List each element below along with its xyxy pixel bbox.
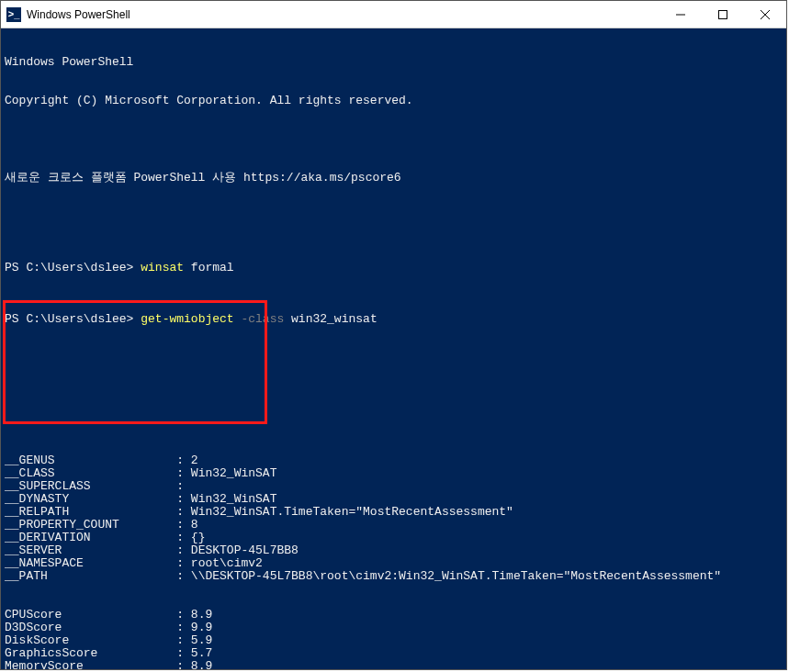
command-line-2: PS C:\Users\dslee> get-wmiobject -class … [5, 313, 783, 326]
minimize-button[interactable] [659, 1, 702, 28]
output-row: D3DScore : 9.9 [5, 622, 783, 634]
output-row: __PATH : \\DESKTOP-45L7BB8\root\cimv2:Wi… [5, 570, 783, 583]
close-icon [761, 10, 770, 19]
maximize-icon [718, 10, 727, 19]
output-row: MemoryScore : 8.9 [5, 660, 783, 669]
command-arg: formal [191, 261, 234, 274]
output-row: DiskScore : 5.9 [5, 634, 783, 647]
header-line-2: Copyright (C) Microsoft Corporation. All… [5, 95, 783, 107]
window-controls [659, 1, 786, 28]
output-row: __NAMESPACE : root\cimv2 [5, 557, 783, 570]
powershell-icon-glyph: >_ [8, 9, 20, 19]
prompt-text: PS C:\Users\dslee> [5, 312, 141, 326]
blank-line [5, 403, 783, 416]
output-row: __SERVER : DESKTOP-45L7BB8 [5, 544, 783, 557]
header-line-3: 새로운 크로스 플랫폼 PowerShell 사용 https://aka.ms… [5, 172, 783, 185]
meta-block: __GENUS : 2__CLASS : Win32_WinSAT__SUPER… [5, 454, 783, 583]
powershell-icon: >_ [6, 7, 21, 22]
output-row: __PROPERTY_COUNT : 8 [5, 519, 783, 532]
powershell-window: >_ Windows PowerShell Windows PowerShell… [0, 0, 787, 670]
output-row: __DERIVATION : {} [5, 532, 783, 544]
svg-rect-1 [719, 11, 727, 19]
score-block: CPUScore : 8.9D3DScore : 9.9DiskScore : … [5, 609, 783, 669]
blank-line [5, 133, 783, 146]
title-bar[interactable]: >_ Windows PowerShell [1, 1, 786, 28]
header-line-1: Windows PowerShell [5, 56, 783, 69]
blank-line [5, 364, 783, 377]
output-row: __DYNASTY : Win32_WinSAT [5, 493, 783, 506]
command-exe: get-wmiobject [141, 312, 241, 326]
prompt-text: PS C:\Users\dslee> [5, 261, 141, 274]
output-row: CPUScore : 8.9 [5, 609, 783, 622]
command-param: -class [241, 312, 291, 326]
minimize-icon [676, 10, 685, 19]
command-arg: win32_winsat [291, 312, 378, 326]
terminal-area[interactable]: Windows PowerShell Copyright (C) Microso… [1, 28, 786, 669]
output-row: __CLASS : Win32_WinSAT [5, 467, 783, 480]
command-exe: winsat [141, 261, 191, 274]
maximize-button[interactable] [702, 1, 744, 28]
output-row: __RELPATH : Win32_WinSAT.TimeTaken="Most… [5, 506, 783, 519]
command-line-1: PS C:\Users\dslee> winsat formal [5, 262, 783, 274]
blank-line [5, 210, 783, 223]
output-row: __GENUS : 2 [5, 454, 783, 467]
close-button[interactable] [744, 1, 786, 28]
output-row: __SUPERCLASS : [5, 480, 783, 493]
window-title: Windows PowerShell [27, 8, 130, 21]
output-row: GraphicsScore : 5.7 [5, 647, 783, 660]
